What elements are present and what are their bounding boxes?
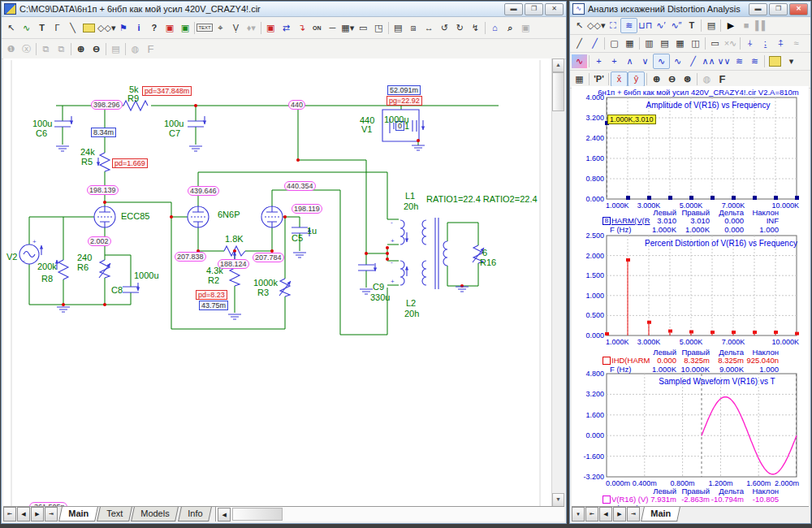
last-page-button[interactable]: ⇥ xyxy=(627,507,640,522)
schematic-value-label[interactable]: R9 xyxy=(127,94,139,103)
shape-select-icon[interactable]: ◇◇▾ xyxy=(97,21,115,35)
polyline-icon[interactable]: ╱ xyxy=(587,37,603,50)
low-icon[interactable]: ∿ xyxy=(670,54,685,68)
schematic-titlebar[interactable]: C:\MC9\DATA\6н1п + 6нбп как мой усил 420… xyxy=(2,2,566,17)
zoom-out-icon[interactable]: ⊖ xyxy=(664,72,680,86)
flip-x-icon[interactable]: ↻ xyxy=(452,21,468,35)
schematic-value-label[interactable]: 440.354 xyxy=(284,181,316,191)
line-icon[interactable]: ╱ xyxy=(572,37,587,50)
global-low-icon[interactable]: ∨∨ xyxy=(716,54,732,68)
select-tool-icon[interactable]: ↖ xyxy=(3,21,19,35)
schematic-value-label[interactable]: V1 xyxy=(361,125,372,134)
color-icon[interactable]: ▣ xyxy=(177,21,192,35)
properties-icon[interactable]: ▤ xyxy=(391,21,406,35)
schematic-value-label[interactable]: 100u xyxy=(32,119,52,128)
schematic-value-label[interactable]: RATIO1=22.4 RATIO2=22.4 xyxy=(426,195,538,204)
step-into-icon[interactable]: ⧉ xyxy=(38,42,54,56)
schematic-hscrollbar[interactable]: ◀ xyxy=(215,507,564,522)
condition-display-icon[interactable]: ↴ xyxy=(294,21,309,35)
current-display-icon[interactable]: ▣ xyxy=(263,21,279,35)
single-panel-icon[interactable]: ▭ xyxy=(707,37,723,50)
schematic-value-label[interactable]: 24k xyxy=(80,148,95,157)
schematic-value-label[interactable]: 8.34m xyxy=(91,128,116,137)
schematic-value-label[interactable]: L1 xyxy=(405,192,415,201)
schematic-canvas[interactable]: +--+-+ 398.296198.1392.002439.646207.838… xyxy=(3,58,555,507)
cursor-next-icon[interactable]: ⍮ xyxy=(758,37,773,50)
text-tool-icon[interactable]: T xyxy=(34,21,50,35)
globe-icon[interactable]: ◍ xyxy=(699,72,715,86)
first-page-button[interactable]: ⇤ xyxy=(585,507,598,522)
schematic-value-label[interactable]: 330u xyxy=(370,293,390,302)
tab-models[interactable]: Models xyxy=(131,507,179,522)
prev-page-button[interactable]: ◀ xyxy=(17,507,30,522)
schematic-value-label[interactable]: 1.8K xyxy=(225,235,244,244)
toolbox-dropdown-icon[interactable]: ▾ xyxy=(784,54,799,68)
prev-page-button[interactable]: ◀ xyxy=(599,507,612,522)
schematic-value-label[interactable]: 100u xyxy=(164,119,184,128)
grid-icon[interactable]: ▦▾ xyxy=(340,21,356,35)
scroll-left-icon[interactable]: ◀ xyxy=(218,508,231,522)
schematic-vscrollbar[interactable]: ▲ ▼ xyxy=(551,58,564,507)
schematic-value-label[interactable]: R6 xyxy=(77,263,89,272)
fourier-icon[interactable]: F xyxy=(715,72,730,86)
zoom-in-icon[interactable]: ⊕ xyxy=(73,42,89,56)
schematic-value-label[interactable]: C6 xyxy=(36,129,47,138)
global-high-icon[interactable]: ∧∧ xyxy=(701,54,716,68)
page-dropdown-icon[interactable]: ▾ xyxy=(572,507,585,522)
split-vertical-icon[interactable]: ▥ xyxy=(641,37,657,50)
flag-tool-icon[interactable]: ⚑ xyxy=(115,21,131,35)
run-icon[interactable]: ▶ xyxy=(723,19,738,32)
y-axis-tag-icon[interactable]: ŷ xyxy=(628,71,645,87)
minimize-button[interactable]: ▬ xyxy=(504,3,523,15)
schematic-value-label[interactable]: 20h xyxy=(404,309,419,318)
tab-main[interactable]: Main xyxy=(641,507,680,522)
p-key-icon[interactable]: 'P' xyxy=(591,72,607,86)
fourier-icon[interactable]: F xyxy=(143,42,158,56)
grid-panel-icon[interactable]: ▦ xyxy=(622,37,637,50)
inflection-icon[interactable]: ╱ xyxy=(685,54,701,68)
title-block-icon[interactable]: ◳ xyxy=(371,21,387,35)
schematic-value-label[interactable]: 2.002 xyxy=(88,236,111,246)
zoom-window-icon[interactable]: ⊛ xyxy=(680,72,695,86)
stop-icon[interactable]: ■ xyxy=(738,19,754,32)
properties-icon[interactable]: ▤ xyxy=(703,19,719,32)
node-numbers-icon[interactable]: ⌖ xyxy=(213,21,228,35)
search-icon[interactable]: ⌕ xyxy=(503,21,518,35)
text-display-icon[interactable]: TEXT xyxy=(197,24,212,32)
rotate-icon[interactable]: ↺ xyxy=(437,21,452,35)
node-voltages-icon[interactable]: Ṿ xyxy=(228,21,244,35)
high-icon[interactable]: ∿ xyxy=(653,54,670,69)
schematic-value-label[interactable]: 1000k xyxy=(253,279,278,288)
envelope-bottom-icon[interactable]: ≋ xyxy=(747,54,762,68)
data-points-icon[interactable]: ▦ xyxy=(572,72,587,86)
schematic-value-label[interactable]: 240 xyxy=(77,253,92,262)
select-tool-icon[interactable]: ↖ xyxy=(572,19,587,32)
analysis-titlebar[interactable]: ∿ Анализ искажений Distortion Analysis ▬… xyxy=(570,2,810,17)
scroll-up-icon[interactable]: ▲ xyxy=(552,58,564,72)
step-out-icon[interactable]: ⧉ xyxy=(54,42,69,56)
minimize-button[interactable]: ▬ xyxy=(749,3,767,15)
schematic-value-label[interactable]: pg=22.92 xyxy=(387,96,422,106)
hscrollbar-thumb[interactable] xyxy=(232,508,283,521)
mirror-icon[interactable]: ↔ xyxy=(421,21,437,35)
on-toggle-icon[interactable]: ON xyxy=(309,21,325,35)
schematic-value-label[interactable]: R2 xyxy=(208,276,219,285)
box-mode-icon[interactable]: ▤ xyxy=(108,42,123,56)
waveform-pair-icon[interactable]: ≋ xyxy=(620,18,637,33)
tag-values-icon[interactable]: ∿′ xyxy=(653,19,668,32)
node-snap-icon[interactable]: ▣ xyxy=(162,21,177,35)
schematic-value-label[interactable]: 200k xyxy=(37,262,57,271)
next-page-button[interactable]: ▶ xyxy=(31,507,44,522)
close-button[interactable]: ✕ xyxy=(545,3,564,15)
close-file-icon[interactable]: ⓧ xyxy=(19,42,34,56)
cursor-right-icon[interactable]: + xyxy=(607,54,622,68)
split-horizontal-icon[interactable]: ▤ xyxy=(657,37,672,50)
find-part-icon[interactable]: ⌂ xyxy=(487,21,503,35)
pin-connections-icon[interactable]: ─ xyxy=(325,21,340,35)
cursor-mode-icon[interactable]: ⍭ xyxy=(742,37,758,50)
zoom-in-icon[interactable]: ⊕ xyxy=(649,72,664,86)
schematic-value-label[interactable]: 6N6P xyxy=(218,210,240,219)
split-both-icon[interactable]: ▦ xyxy=(672,37,688,50)
schematic-value-label[interactable]: 6 xyxy=(482,249,487,258)
x-axis-tag-icon[interactable]: x̂ xyxy=(611,71,628,87)
